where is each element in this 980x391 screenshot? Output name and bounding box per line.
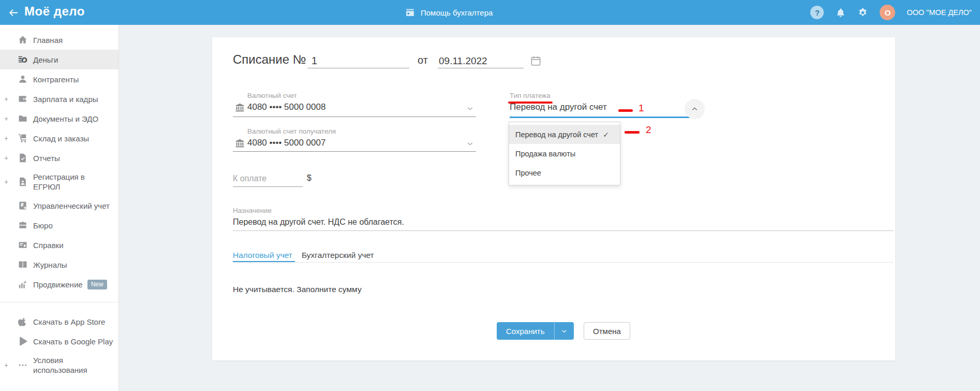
settings-gear-icon[interactable] bbox=[857, 7, 868, 18]
tab-content-text: Не учитывается. Заполните сумму bbox=[233, 285, 362, 294]
sidebar-item-terms[interactable]: +Условия использования bbox=[0, 351, 118, 379]
sidebar-item-management[interactable]: ₽Управленческий учет bbox=[0, 196, 118, 215]
app-logo[interactable]: Моё дело bbox=[24, 4, 85, 19]
sidebar-footer-nav: Скачать в App StoreСкачать в Google Play… bbox=[0, 307, 118, 379]
sidebar-item-warehouse[interactable]: +Склад и заказы bbox=[0, 128, 118, 148]
chevron-up-icon bbox=[690, 105, 699, 113]
sidebar-item-label: Документы и ЭДО bbox=[33, 114, 98, 124]
account-to-underline bbox=[233, 151, 476, 152]
sidebar-item-label: Зарплата и кадры bbox=[33, 94, 98, 104]
folder-icon bbox=[18, 113, 28, 124]
svg-text:₽: ₽ bbox=[23, 58, 26, 63]
money-icon: ₽ bbox=[18, 54, 28, 65]
account-from-label: Валютный счет bbox=[247, 92, 297, 99]
save-button[interactable]: Сохранить bbox=[497, 322, 574, 340]
chart-icon bbox=[18, 279, 28, 289]
sidebar-item-journals[interactable]: Журналы bbox=[0, 255, 118, 274]
dropdown-option[interactable]: Продажа валюты bbox=[509, 144, 620, 163]
help-icon[interactable]: ? bbox=[810, 6, 824, 19]
account-to-label: Валютный счет получателя bbox=[247, 127, 336, 135]
company-name[interactable]: ООО "МОЕ ДЕЛО" bbox=[907, 8, 972, 17]
apple-icon bbox=[18, 316, 28, 327]
annotation-dash-2 bbox=[625, 131, 640, 134]
account-from-select[interactable]: 4080 •••• 5000 0008 bbox=[247, 102, 325, 112]
accountant-help-label: Помощь бухгалтера bbox=[421, 8, 493, 17]
date-prefix-label: от bbox=[418, 54, 428, 66]
back-arrow-icon[interactable] bbox=[7, 7, 19, 19]
ellipsis-icon bbox=[18, 360, 28, 370]
chevron-down-icon bbox=[560, 327, 568, 335]
sidebar-item-home[interactable]: Главная bbox=[0, 30, 118, 50]
date-input[interactable] bbox=[438, 53, 524, 67]
dropdown-option-label: Продажа валюты bbox=[515, 150, 575, 158]
sidebar-item-label: Деньги bbox=[33, 55, 58, 65]
save-button-label: Сохранить bbox=[497, 322, 554, 340]
payment-type-dropdown: Перевод на другой счет✓Продажа валютыПро… bbox=[509, 122, 620, 185]
sidebar-item-contractors[interactable]: Контрагенты bbox=[0, 69, 118, 89]
account-to-select[interactable]: 4080 •••• 5000 0007 bbox=[247, 138, 325, 148]
app-header: Моё дело Помощь бухгалтера ? О ООО "МОЕ … bbox=[0, 0, 980, 25]
dropdown-option[interactable]: Прочее bbox=[509, 163, 620, 182]
sidebar-item-label: Управленческий учет bbox=[33, 201, 110, 211]
save-options-toggle[interactable] bbox=[554, 322, 574, 340]
ruble-doc-icon: ₽ bbox=[18, 200, 28, 211]
sidebar-item-label: Журналы bbox=[33, 260, 67, 270]
cancel-button[interactable]: Отмена bbox=[584, 322, 630, 340]
payment-type-focus-underline bbox=[510, 117, 700, 118]
annotation-number-1: 1 bbox=[639, 103, 644, 114]
sidebar-item-bureau[interactable]: Бюро bbox=[0, 215, 118, 235]
home-icon bbox=[18, 35, 28, 45]
purpose-input[interactable] bbox=[233, 215, 894, 227]
chevron-down-icon[interactable] bbox=[466, 139, 474, 148]
header-actions: ? О ООО "МОЕ ДЕЛО" bbox=[810, 0, 972, 25]
tab-bookkeeping[interactable]: Бухгалтерский учет bbox=[302, 251, 374, 260]
annotation-dash-1 bbox=[618, 109, 633, 112]
currency-symbol: $ bbox=[307, 173, 311, 183]
sidebar-item-label: Условия использования bbox=[33, 355, 91, 375]
sidebar-item-google-play[interactable]: Скачать в Google Play bbox=[0, 331, 118, 351]
document-number-input[interactable] bbox=[307, 53, 409, 67]
sidebar-item-certificates[interactable]: Справки bbox=[0, 235, 118, 255]
calendar-icon[interactable] bbox=[530, 55, 542, 67]
sidebar-item-app-store[interactable]: Скачать в App Store bbox=[0, 312, 118, 331]
sidebar-item-label: Склад и заказы bbox=[33, 134, 89, 143]
sidebar-item-reports[interactable]: +Отчеты bbox=[0, 148, 118, 168]
person-icon bbox=[18, 74, 28, 84]
doc-person-icon bbox=[18, 177, 28, 187]
sidebar-item-money[interactable]: ₽Деньги bbox=[0, 50, 118, 69]
payment-type-select[interactable]: Перевод на другой счет bbox=[510, 102, 607, 112]
chevron-down-icon[interactable] bbox=[466, 104, 474, 113]
expand-plus-icon: + bbox=[4, 134, 8, 142]
book-icon bbox=[18, 259, 28, 270]
bank-icon bbox=[234, 138, 245, 149]
sidebar-item-label: Справки bbox=[33, 240, 64, 250]
sidebar-item-promotion[interactable]: ПродвижениеNew bbox=[0, 274, 118, 294]
bank-icon bbox=[234, 102, 245, 113]
sidebar-item-egrul[interactable]: +Регистрация в ЕГРЮЛ bbox=[0, 168, 118, 196]
sidebar-item-label: Регистрация в ЕГРЮЛ bbox=[33, 172, 91, 192]
svg-text:₽: ₽ bbox=[21, 202, 24, 208]
notifications-bell-icon[interactable] bbox=[835, 7, 846, 18]
sidebar-main-nav: Главная₽ДеньгиКонтрагенты+Зарплата и кад… bbox=[0, 25, 118, 294]
accountant-help-link[interactable]: Помощь бухгалтера bbox=[405, 0, 493, 25]
sidebar-item-salary[interactable]: +Зарплата и кадры bbox=[0, 89, 118, 109]
briefcase-icon bbox=[18, 220, 28, 230]
cart-icon bbox=[18, 133, 28, 143]
report-icon bbox=[18, 153, 28, 163]
dropdown-option[interactable]: Перевод на другой счет✓ bbox=[509, 125, 620, 144]
amount-field bbox=[233, 172, 303, 187]
collapse-dropdown-button[interactable] bbox=[685, 99, 705, 119]
tabs-border bbox=[233, 262, 894, 263]
expand-plus-icon: + bbox=[4, 95, 8, 103]
sidebar-item-label: Продвижение bbox=[33, 280, 83, 289]
sidebar-item-documents[interactable]: +Документы и ЭДО bbox=[0, 109, 118, 128]
sidebar-item-label: Главная bbox=[33, 35, 63, 45]
purpose-field bbox=[233, 215, 894, 231]
payment-type-label: Тип платежа bbox=[510, 92, 551, 99]
avatar[interactable]: О bbox=[880, 5, 895, 20]
sidebar-divider bbox=[0, 302, 118, 302]
expand-plus-icon: + bbox=[4, 178, 8, 186]
date-field bbox=[438, 53, 524, 68]
tab-tax-accounting[interactable]: Налоговый учет bbox=[233, 251, 292, 260]
amount-input[interactable] bbox=[233, 172, 303, 183]
